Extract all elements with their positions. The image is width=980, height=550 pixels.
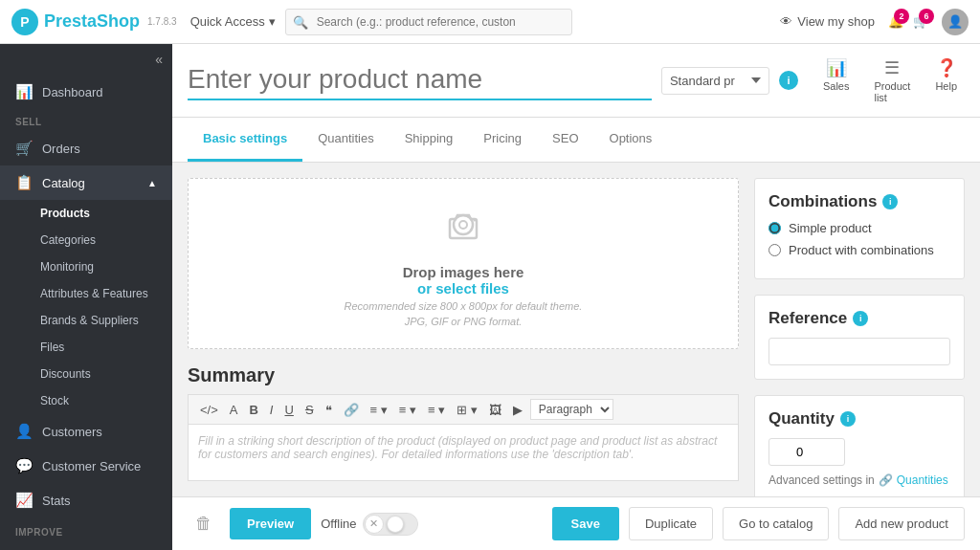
notification-bell-button[interactable]: 🔔 2 <box>888 14 903 29</box>
quantity-title: Quantity i <box>768 409 950 429</box>
tab-shipping[interactable]: Shipping <box>390 118 469 162</box>
editor-list-btn[interactable]: ≡ ▾ <box>395 401 420 419</box>
customer-service-icon: 💬 <box>15 457 33 474</box>
stats-icon: 📈 <box>15 492 33 509</box>
orders-icon: 🛒 <box>15 140 33 157</box>
sales-button[interactable]: 📊 Sales <box>815 54 858 107</box>
quantity-info-icon[interactable]: i <box>840 411 856 427</box>
product-type-select[interactable]: Standard pr Pack Virtual Customizable <box>661 67 769 95</box>
tab-pricing[interactable]: Pricing <box>468 118 537 162</box>
sidebar-collapse-button[interactable]: « <box>0 44 172 75</box>
tab-options[interactable]: Options <box>594 118 668 162</box>
sidebar-item-catalog[interactable]: 📋 Catalog ▲ <box>0 165 172 200</box>
combinations-info-icon[interactable]: i <box>882 194 898 209</box>
quantities-link[interactable]: Quantities <box>897 473 948 487</box>
sidebar-item-discounts[interactable]: Discounts <box>10 361 172 387</box>
editor-paragraph-select[interactable]: Paragraph <box>530 399 613 420</box>
reference-input[interactable] <box>768 338 950 365</box>
sidebar-item-monitoring[interactable]: Monitoring <box>10 253 172 280</box>
radio-combo-input[interactable] <box>768 244 781 256</box>
tab-basic-settings[interactable]: Basic settings <box>188 118 302 162</box>
duplicate-button[interactable]: Duplicate <box>629 507 713 540</box>
sidebar-item-categories[interactable]: Categories <box>10 227 172 253</box>
editor-indent-btn[interactable]: ≡ ▾ <box>424 401 449 419</box>
svg-text:P: P <box>20 14 29 30</box>
editor-toolbar: </> A B I U S ❝ 🔗 ≡ ▾ ≡ ▾ ≡ ▾ ⊞ ▾ <box>188 394 739 424</box>
tab-quantities[interactable]: Quantities <box>302 118 390 162</box>
quantity-section: Quantity i Advanced settings in 🔗 Quanti… <box>754 395 965 496</box>
sidebar-item-products[interactable]: Products <box>10 200 172 227</box>
go-to-catalog-button[interactable]: Go to catalog <box>723 507 829 540</box>
drop-hint1: Recommended size 800 x 800px for default… <box>345 300 583 312</box>
svg-point-4 <box>474 219 477 222</box>
radio-simple-product[interactable]: Simple product <box>768 221 950 235</box>
sidebar-item-stock[interactable]: Stock <box>10 387 172 414</box>
quantity-input[interactable] <box>768 438 845 466</box>
editor-body[interactable]: Fill in a striking short description of … <box>188 424 739 481</box>
search-input[interactable] <box>285 9 572 35</box>
sidebar-item-dashboard[interactable]: 📊 Dashboard <box>0 75 172 109</box>
toggle-x-button[interactable]: ✕ <box>365 515 384 534</box>
sidebar-item-stats[interactable]: 📈 Stats <box>0 483 172 517</box>
customers-icon: 👤 <box>15 423 33 440</box>
sales-chart-icon: 📊 <box>826 57 847 78</box>
radio-product-combinations[interactable]: Product with combinations <box>768 243 950 257</box>
quick-access-button[interactable]: Quick Access ▾ <box>190 14 276 29</box>
delete-button[interactable]: 🗑 <box>188 510 220 538</box>
sidebar-item-label: Catalog <box>42 176 85 190</box>
chevron-up-icon: ▲ <box>147 178 157 188</box>
help-icon: ❓ <box>936 57 957 78</box>
bell-badge: 2 <box>894 9 909 24</box>
editor-align-btn[interactable]: ≡ ▾ <box>367 401 391 419</box>
reference-info-icon[interactable]: i <box>853 311 868 326</box>
sell-section-label: SELL <box>0 109 172 131</box>
editor-table-btn[interactable]: ⊞ ▾ <box>453 401 481 419</box>
view-shop-button[interactable]: 👁 View my shop <box>780 14 875 29</box>
editor-code-btn[interactable]: </> <box>196 401 222 419</box>
toggle-slider[interactable] <box>385 514 417 535</box>
add-new-product-button[interactable]: Add new product <box>838 507 965 540</box>
radio-simple-input[interactable] <box>768 222 781 234</box>
sidebar-item-orders[interactable]: 🛒 Orders <box>0 131 172 165</box>
sidebar-item-customers[interactable]: 👤 Customers <box>0 414 172 449</box>
editor-bold-btn[interactable]: B <box>245 401 261 419</box>
user-icon: 👤 <box>947 14 963 29</box>
summary-title: Summary <box>188 364 739 386</box>
editor-image-btn[interactable]: 🖼 <box>485 401 505 419</box>
combinations-section: Combinations i Simple product Product wi… <box>754 178 965 279</box>
search-bar: 🔍 <box>285 9 572 35</box>
editor-link-btn[interactable]: 🔗 <box>340 401 363 419</box>
sidebar-item-brands[interactable]: Brands & Suppliers <box>10 307 172 334</box>
editor-italic-btn[interactable]: I <box>266 401 278 419</box>
sidebar-item-label: Orders <box>42 142 80 156</box>
summary-section: Summary </> A B I U S ❝ 🔗 ≡ ▾ ≡ ▾ <box>188 364 739 481</box>
product-list-button[interactable]: ☰ Productlist <box>866 54 918 107</box>
preview-button[interactable]: Preview <box>230 508 311 539</box>
editor-underline-btn[interactable]: U <box>280 401 297 419</box>
product-type-info-icon[interactable]: i <box>779 71 798 90</box>
tab-seo[interactable]: SEO <box>537 118 593 162</box>
tabs-bar: Basic settings Quantities Shipping Prici… <box>172 118 980 163</box>
help-button[interactable]: ❓ Help <box>927 54 965 107</box>
drop-select-text: or select files <box>417 280 509 297</box>
sidebar-item-customer-service[interactable]: 💬 Customer Service <box>0 449 172 483</box>
eye-icon: 👁 <box>780 14 792 29</box>
sidebar-item-files[interactable]: Files <box>10 334 172 361</box>
product-name-input[interactable] <box>188 60 652 100</box>
save-button[interactable]: Save <box>552 507 619 540</box>
user-avatar[interactable]: 👤 <box>942 9 969 35</box>
editor-video-btn[interactable]: ▶ <box>509 401 526 419</box>
camera-icon <box>440 200 486 254</box>
editor-format-btn[interactable]: A <box>226 401 242 419</box>
sidebar-item-modules[interactable]: 🧩 Modules <box>0 541 172 550</box>
search-icon: 🔍 <box>293 14 308 29</box>
image-drop-zone[interactable]: Drop images here or select files Recomme… <box>188 178 739 349</box>
sidebar-item-attributes[interactable]: Attributes & Features <box>10 280 172 307</box>
notification-cart-button[interactable]: 🛒 6 <box>913 14 928 29</box>
editor-blockquote-btn[interactable]: ❝ <box>322 401 336 419</box>
sidebar-item-label: Dashboard <box>42 85 103 99</box>
offline-toggle-switch[interactable]: ✕ <box>363 513 418 536</box>
reference-title: Reference i <box>768 309 950 328</box>
sidebar-item-label: Stats <box>42 494 71 508</box>
editor-strikethrough-btn[interactable]: S <box>301 401 318 419</box>
